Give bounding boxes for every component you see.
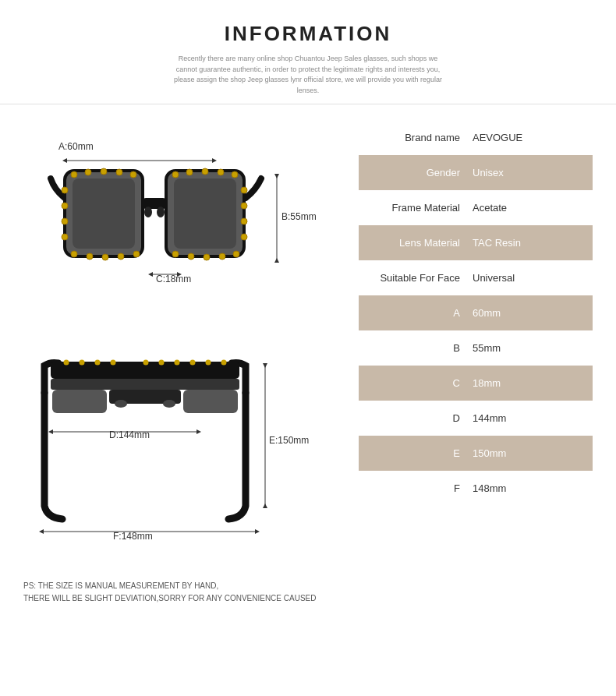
spec-row-8: D144mm xyxy=(359,401,593,436)
svg-point-13 xyxy=(71,251,77,257)
footer-note: PS: THE SIZE IS MANUAL MEASUREMENT BY HA… xyxy=(0,572,616,613)
svg-point-51 xyxy=(111,360,116,366)
svg-point-11 xyxy=(116,169,122,175)
spec-label-7: C xyxy=(371,377,473,389)
svg-point-10 xyxy=(101,168,107,175)
spec-value-9: 150mm xyxy=(473,447,506,459)
svg-point-56 xyxy=(206,360,211,366)
svg-rect-42 xyxy=(51,379,239,390)
spec-row-5: A60mm xyxy=(359,295,593,330)
svg-point-48 xyxy=(64,360,69,366)
footer-text: PS: THE SIZE IS MANUAL MEASUREMENT BY HA… xyxy=(23,581,316,602)
svg-point-33 xyxy=(241,203,247,209)
spec-row-1: GenderUnisex xyxy=(359,155,593,190)
spec-value-8: 144mm xyxy=(473,412,506,424)
spec-label-1: Gender xyxy=(371,167,473,178)
spec-value-1: Unisex xyxy=(473,167,504,178)
spec-row-4: Suitable For FaceUniversal xyxy=(359,260,593,295)
spec-label-10: F xyxy=(371,482,473,494)
svg-point-37 xyxy=(157,207,165,217)
svg-point-28 xyxy=(62,187,68,193)
svg-point-52 xyxy=(143,360,149,366)
spec-label-0: Brand name xyxy=(371,132,473,143)
spec-label-3: Lens Material xyxy=(371,237,473,249)
spec-value-2: Acetate xyxy=(473,202,507,214)
disclaimer-text: Recently there are many online shop Chua… xyxy=(168,54,448,96)
svg-point-30 xyxy=(62,218,68,224)
main-content: A:60mm B:55mm C:18mm xyxy=(0,104,616,572)
svg-point-23 xyxy=(172,251,179,257)
spec-label-9: E xyxy=(371,447,473,459)
measure-b-label: B:55mm xyxy=(281,211,317,222)
svg-rect-4 xyxy=(73,178,135,249)
svg-point-34 xyxy=(241,218,247,224)
svg-point-15 xyxy=(102,254,108,260)
measure-a-label: A:60mm xyxy=(58,141,94,152)
svg-point-21 xyxy=(218,169,224,175)
spec-value-4: Universal xyxy=(473,272,515,284)
svg-point-55 xyxy=(190,360,196,366)
page-title: INFORMATION xyxy=(16,22,600,46)
spec-row-2: Frame MaterialAcetate xyxy=(359,190,593,225)
spec-value-0: AEVOGUE xyxy=(473,132,522,143)
svg-point-35 xyxy=(241,234,247,240)
page-header: INFORMATION Recently there are many onli… xyxy=(0,0,616,104)
svg-point-20 xyxy=(202,168,208,175)
svg-point-12 xyxy=(130,171,136,178)
svg-point-16 xyxy=(118,253,124,260)
measure-d-label: D:144mm xyxy=(109,429,150,440)
svg-rect-46 xyxy=(52,390,107,413)
svg-point-14 xyxy=(87,253,93,260)
svg-point-57 xyxy=(221,360,227,366)
temple-glasses-svg: D:144mm E:150mm F:148mm xyxy=(27,323,339,549)
spec-row-10: F148mm xyxy=(359,471,593,506)
spec-label-2: Frame Material xyxy=(371,202,473,214)
svg-point-9 xyxy=(85,169,91,175)
svg-rect-7 xyxy=(143,198,166,209)
spec-row-3: Lens MaterialTAC Resin xyxy=(359,225,593,260)
measure-f-label: F:148mm xyxy=(113,531,153,542)
measure-e-label: E:150mm xyxy=(269,435,309,446)
svg-point-36 xyxy=(144,207,152,217)
svg-point-18 xyxy=(172,171,179,178)
svg-point-45 xyxy=(163,400,175,408)
spec-row-0: Brand nameAEVOGUE xyxy=(359,120,593,155)
diagram-section: A:60mm B:55mm C:18mm xyxy=(23,120,343,556)
svg-point-31 xyxy=(62,234,68,240)
svg-point-25 xyxy=(204,254,210,260)
spec-value-5: 60mm xyxy=(473,307,501,319)
svg-point-27 xyxy=(233,251,239,257)
svg-point-44 xyxy=(115,400,127,408)
measure-c-label: C:18mm xyxy=(156,274,191,284)
front-glasses-svg: A:60mm B:55mm C:18mm xyxy=(35,128,331,299)
spec-value-6: 55mm xyxy=(473,342,501,354)
svg-point-8 xyxy=(71,171,77,178)
svg-point-24 xyxy=(188,253,194,260)
glasses-front-view: A:60mm B:55mm C:18mm xyxy=(23,120,343,307)
spec-label-5: A xyxy=(371,307,473,319)
svg-point-32 xyxy=(241,187,247,193)
svg-point-54 xyxy=(175,360,180,366)
svg-point-17 xyxy=(133,251,140,257)
glasses-temple-view: D:144mm E:150mm F:148mm xyxy=(23,315,343,556)
specs-section: Brand nameAEVOGUEGenderUnisexFrame Mater… xyxy=(359,120,593,556)
svg-point-26 xyxy=(219,253,225,260)
spec-row-6: B55mm xyxy=(359,330,593,366)
spec-label-4: Suitable For Face xyxy=(371,272,473,284)
svg-point-29 xyxy=(62,203,68,209)
svg-point-19 xyxy=(186,169,193,175)
spec-value-3: TAC Resin xyxy=(473,237,521,249)
svg-point-49 xyxy=(80,360,85,366)
spec-value-7: 18mm xyxy=(473,377,501,389)
svg-rect-6 xyxy=(174,178,236,249)
spec-value-10: 148mm xyxy=(473,482,506,494)
spec-label-6: B xyxy=(371,342,473,354)
spec-row-9: E150mm xyxy=(359,436,593,471)
svg-point-53 xyxy=(159,360,165,366)
svg-point-22 xyxy=(232,171,238,178)
spec-label-8: D xyxy=(371,412,473,424)
svg-point-50 xyxy=(95,360,101,366)
spec-row-7: C18mm xyxy=(359,366,593,401)
svg-rect-47 xyxy=(183,390,238,413)
